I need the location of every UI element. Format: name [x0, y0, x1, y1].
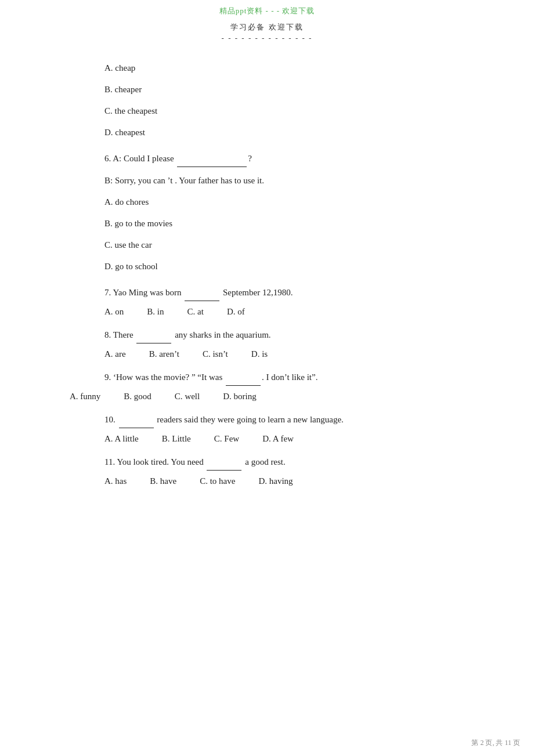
option-a-text: cheap: [115, 63, 135, 73]
q8-opt-c: C. isn’t: [203, 349, 228, 359]
page-info: 第 2 页, 共 11 页: [471, 739, 520, 747]
option-c-text: the cheapest: [115, 106, 158, 115]
q10-opt-d: D. A few: [262, 434, 294, 444]
top-bar-text: 精品ppt资料 - - - 欢迎下载: [219, 6, 315, 15]
q7-opt-c: C. at: [187, 307, 204, 317]
q7-options: A. on B. in C. at D. of: [104, 307, 488, 317]
dashed-line: - - - - - - - - - - - - - -: [0, 34, 534, 43]
q6-option-d: D. go to school: [104, 259, 488, 274]
option-a: A. cheap: [104, 60, 488, 76]
option-a-label: A.: [104, 63, 115, 73]
option-d-label: D.: [104, 128, 115, 137]
subtitle-text: 学习必备 欢迎下载: [230, 23, 303, 31]
page-footer: 第 2 页, 共 11 页: [471, 738, 520, 748]
q11-opt-d: D. having: [258, 476, 293, 486]
q9-options: A. funny B. good C. well D. boring: [70, 392, 488, 401]
q7-blank: [185, 285, 219, 301]
q11-opt-a: A. has: [104, 476, 127, 486]
q8-blank: [136, 327, 171, 343]
q10-opt-a: A. A little: [104, 434, 139, 444]
option-b: B. cheaper: [104, 82, 488, 97]
main-content: A. cheap B. cheaper C. the cheapest D. c…: [0, 43, 534, 515]
question-9: 9. ‘How was the movie? ” “It was . I don…: [104, 370, 488, 386]
q11-options: A. has B. have C. to have D. having: [104, 476, 488, 486]
question-8: 8. There any sharks in the aquarium.: [104, 327, 488, 343]
q11-blank: [207, 454, 241, 471]
question-11: 11. You look tired. You need a good rest…: [104, 454, 488, 471]
question-6: 6. A: Could I please ?: [104, 151, 488, 167]
q9-opt-d: D. boring: [223, 392, 257, 401]
q7-opt-a: A. on: [104, 307, 124, 317]
q8-opt-b: B. aren’t: [149, 349, 179, 359]
q10-options: A. A little B. Little C. Few D. A few: [104, 434, 488, 444]
q8-opt-a: A. are: [104, 349, 126, 359]
dashes: - - - - - - - - - - - - - -: [222, 34, 313, 42]
q10-opt-b: B. Little: [162, 434, 191, 444]
option-d: D. cheapest: [104, 125, 488, 140]
q7-opt-d: D. of: [227, 307, 245, 317]
q6-option-a: A. do chores: [104, 194, 488, 210]
q10-opt-c: C. Few: [214, 434, 239, 444]
q6-option-b: B. go to the movies: [104, 216, 488, 231]
option-c: C. the cheapest: [104, 103, 488, 119]
q9-opt-a: A. funny: [70, 392, 100, 401]
q10-blank: [119, 412, 154, 428]
q11-opt-b: B. have: [150, 476, 176, 486]
option-c-label: C.: [104, 106, 115, 115]
q6-b-text: B: Sorry, you can ’t . Your father has t…: [104, 173, 488, 189]
option-d-text: cheapest: [115, 128, 145, 137]
q9-opt-c: C. well: [175, 392, 200, 401]
q6-text: 6. A: Could I please ?: [104, 154, 252, 163]
subtitle: 学习必备 欢迎下载: [0, 22, 534, 32]
q7-opt-b: B. in: [147, 307, 164, 317]
q8-options: A. are B. aren’t C. isn’t D. is: [104, 349, 488, 359]
option-b-label: B.: [104, 85, 115, 94]
q9-blank: [226, 370, 261, 386]
question-10: 10. readers said they were going to lear…: [104, 412, 488, 428]
option-b-text: cheaper: [115, 85, 142, 94]
q11-opt-c: C. to have: [200, 476, 235, 486]
question-7: 7. Yao Ming was born September 12,1980.: [104, 285, 488, 301]
q6-option-c: C. use the car: [104, 237, 488, 253]
q9-opt-b: B. good: [124, 392, 151, 401]
top-bar: 精品ppt资料 - - - 欢迎下载: [0, 0, 534, 19]
q8-opt-d: D. is: [251, 349, 268, 359]
q6-blank: [177, 151, 247, 167]
